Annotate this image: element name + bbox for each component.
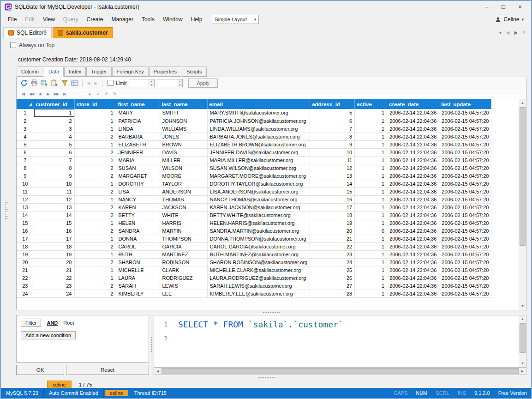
filter-icon[interactable]: [60, 79, 70, 88]
cell-customer_id[interactable]: 12: [34, 195, 74, 203]
cell-create_date[interactable]: 2006-02-14 22:04:36: [387, 140, 439, 148]
cell-address_id[interactable]: 23: [310, 250, 355, 258]
menu-query[interactable]: Query: [59, 14, 83, 24]
cell-last_update[interactable]: 2006-02-15 04:57:20: [439, 250, 491, 258]
cell-store_id[interactable]: 2: [74, 290, 116, 297]
cell-active[interactable]: 1: [355, 250, 387, 258]
cell-last_update[interactable]: 2006-02-15 04:57:20: [439, 133, 491, 140]
cell-store_id[interactable]: 2: [74, 227, 116, 235]
cell-last_name[interactable]: CLARK: [160, 266, 207, 274]
cell-active[interactable]: 1: [355, 117, 387, 125]
cell-first_name[interactable]: LISA: [116, 187, 160, 195]
cell-customer_id[interactable]: 14: [34, 211, 74, 219]
cancel-record-icon[interactable]: ✗: [102, 90, 110, 98]
cell-first_name[interactable]: LINDA: [116, 125, 160, 133]
cell-create_date[interactable]: 2006-02-14 22:04:36: [387, 266, 439, 274]
cell-active[interactable]: 1: [355, 274, 387, 282]
cell-store_id[interactable]: 1: [74, 109, 116, 117]
cell-last_update[interactable]: 2006-02-15 04:57:20: [439, 290, 491, 297]
grid-bottom-splitter[interactable]: [16, 310, 526, 315]
cell-first_name[interactable]: SANDRA: [116, 227, 160, 235]
cell-last_update[interactable]: 2006-02-15 04:57:20: [439, 109, 491, 117]
sql-code[interactable]: SELECT * FROM `sakila`.`customer`: [172, 315, 343, 367]
cell-customer_id[interactable]: 10: [34, 180, 74, 187]
menu-file[interactable]: File: [4, 14, 21, 24]
cell-store_id[interactable]: 2: [74, 148, 116, 156]
cell-address_id[interactable]: 24: [310, 258, 355, 266]
cell-email[interactable]: SANDRA.MARTIN@sakilacustomer.org: [207, 227, 310, 235]
row-number[interactable]: 4: [17, 133, 34, 140]
cell-email[interactable]: NANCY.THOMAS@sakilacustomer.org: [207, 195, 310, 203]
cell-address_id[interactable]: 13: [310, 172, 355, 180]
menu-create[interactable]: Create: [83, 14, 108, 24]
sql-vertical-scrollbar[interactable]: ▲ ▼: [519, 315, 526, 367]
cell-store_id[interactable]: 1: [74, 250, 116, 258]
cell-last_name[interactable]: JONES: [160, 133, 207, 140]
cell-email[interactable]: HELEN.HARRIS@sakilacustomer.org: [207, 219, 310, 227]
cell-store_id[interactable]: 1: [74, 266, 116, 274]
cell-email[interactable]: CAROL.GARCIA@sakilacustomer.org: [207, 242, 310, 250]
row-number[interactable]: 17: [17, 235, 34, 242]
tab-scripts[interactable]: Scripts: [182, 66, 207, 77]
cell-last_update[interactable]: 2006-02-15 04:57:20: [439, 148, 491, 156]
cell-first_name[interactable]: HELEN: [116, 219, 160, 227]
tab-sql-editor9[interactable]: SQL Editor9: [3, 27, 52, 38]
spin-down-icon[interactable]: ▼: [177, 83, 182, 87]
cell-email[interactable]: BETTY.WHITE@sakilacustomer.org: [207, 211, 310, 219]
row-number[interactable]: 15: [17, 219, 34, 227]
filter-button[interactable]: Filter: [21, 319, 41, 327]
tab-properties[interactable]: Properties: [149, 66, 181, 77]
cell-email[interactable]: KAREN.JACKSON@sakilacustomer.org: [207, 203, 310, 211]
cell-address_id[interactable]: 18: [310, 211, 355, 219]
cell-last_update[interactable]: 2006-02-15 04:57:20: [439, 117, 491, 125]
cell-active[interactable]: 1: [355, 195, 387, 203]
limit-offset-input[interactable]: ▲▼: [129, 79, 155, 87]
cell-address_id[interactable]: 5: [310, 109, 355, 117]
row-number[interactable]: 9: [17, 172, 34, 180]
cell-last_name[interactable]: JOHNSON: [160, 117, 207, 125]
cell-store_id[interactable]: 2: [74, 211, 116, 219]
tab-foreign-key[interactable]: Foreign Key: [112, 66, 149, 77]
row-number[interactable]: 12: [17, 195, 34, 203]
cell-address_id[interactable]: 25: [310, 266, 355, 274]
cell-active[interactable]: 1: [355, 282, 387, 290]
cell-last_name[interactable]: LEE: [160, 290, 207, 297]
cell-first_name[interactable]: KIMBERLY: [116, 290, 160, 297]
cell-last_name[interactable]: WILSON: [160, 164, 207, 172]
limit-count-input[interactable]: ▲▼: [157, 79, 183, 87]
cell-last_name[interactable]: DAVIS: [160, 148, 207, 156]
cell-last_update[interactable]: 2006-02-15 04:57:20: [439, 219, 491, 227]
cell-email[interactable]: MARY.SMITH@sakilacustomer.org: [207, 109, 310, 117]
cell-address_id[interactable]: 16: [310, 195, 355, 203]
scroll-left-icon[interactable]: ◀: [154, 368, 161, 375]
row-number[interactable]: 20: [17, 258, 34, 266]
prior-record-icon[interactable]: ◀: [36, 90, 44, 98]
tab-column[interactable]: Column: [17, 66, 43, 77]
cell-email[interactable]: LINDA.WILLIAMS@sakilacustomer.org: [207, 125, 310, 133]
cell-active[interactable]: 1: [355, 164, 387, 172]
cell-address_id[interactable]: 7: [310, 125, 355, 133]
cell-create_date[interactable]: 2006-02-14 22:04:36: [387, 227, 439, 235]
row-number[interactable]: 10: [17, 180, 34, 187]
row-number[interactable]: 19: [17, 250, 34, 258]
user-menu[interactable]: Celine ▾: [495, 16, 528, 23]
cell-customer_id[interactable]: 8: [34, 164, 74, 172]
spin-down-icon[interactable]: ▼: [149, 83, 154, 87]
maximize-button[interactable]: □: [495, 2, 512, 12]
cell-create_date[interactable]: 2006-02-14 22:04:36: [387, 290, 439, 297]
ok-button[interactable]: OK: [16, 365, 64, 375]
scroll-right-icon[interactable]: ▶: [519, 368, 526, 375]
cell-create_date[interactable]: 2006-02-14 22:04:36: [387, 117, 439, 125]
cell-email[interactable]: SHARON.ROBINSON@sakilacustomer.org: [207, 258, 310, 266]
cell-last_update[interactable]: 2006-02-15 04:57:20: [439, 125, 491, 133]
cell-customer_id[interactable]: 11: [34, 187, 74, 195]
cell-last_update[interactable]: 2006-02-15 04:57:20: [439, 140, 491, 148]
cell-last_name[interactable]: THOMPSON: [160, 235, 207, 242]
row-number[interactable]: 7: [17, 156, 34, 164]
always-on-top-checkbox[interactable]: [10, 42, 16, 48]
cell-store_id[interactable]: 2: [74, 258, 116, 266]
cell-first_name[interactable]: DONNA: [116, 235, 160, 242]
cell-customer_id[interactable]: 22: [34, 274, 74, 282]
cell-customer_id[interactable]: 5: [34, 140, 74, 148]
cell-create_date[interactable]: 2006-02-14 22:04:36: [387, 242, 439, 250]
